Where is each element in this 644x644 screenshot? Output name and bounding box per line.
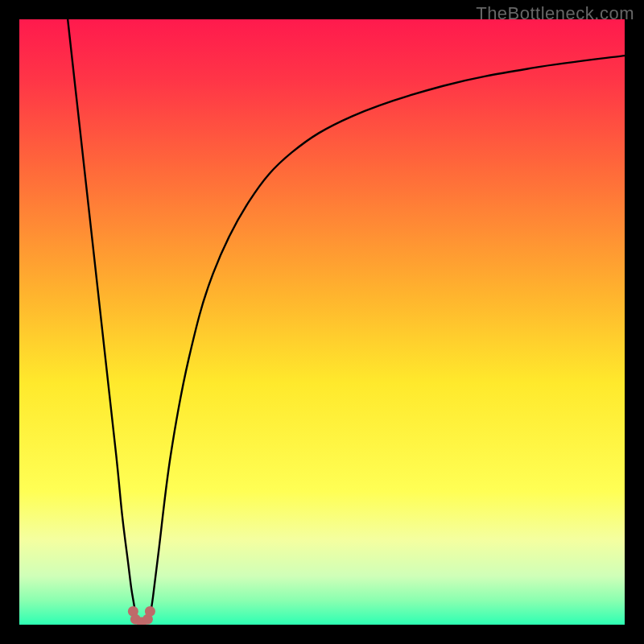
- gradient-background: [19, 19, 625, 625]
- plot-area: [19, 19, 625, 625]
- watermark-text: TheBottleneck.com: [476, 3, 634, 24]
- chart-svg: [19, 19, 625, 625]
- valley-dot: [145, 606, 155, 617]
- chart-frame: TheBottleneck.com: [0, 0, 644, 644]
